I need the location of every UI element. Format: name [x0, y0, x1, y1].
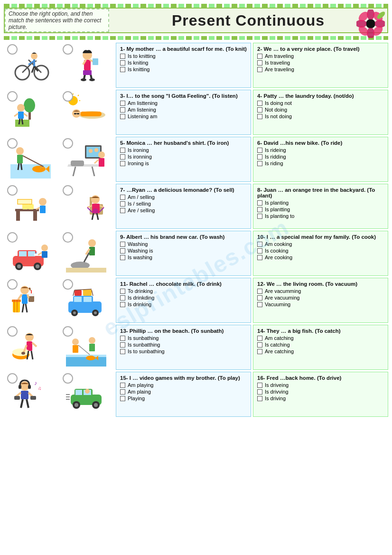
checkbox-14-1[interactable]: [257, 336, 262, 341]
checkbox-9-2[interactable]: [120, 248, 125, 254]
checkbox-5-1[interactable]: [120, 148, 125, 153]
q-row-7: 13- Phillip … on the beach. (To sunbath)…: [116, 325, 388, 370]
checkbox-4-1[interactable]: [257, 101, 262, 106]
svg-rect-48: [74, 113, 76, 114]
checkbox-13-3[interactable]: [120, 349, 125, 354]
checkbox-12-1[interactable]: [257, 289, 262, 294]
checkbox-16-3[interactable]: [257, 396, 262, 401]
option-9-1: Washing: [120, 241, 247, 247]
svg-rect-109: [66, 268, 106, 273]
option-6-1: Is rideing: [257, 147, 384, 153]
circle-1[interactable]: [7, 44, 18, 55]
svg-point-135: [94, 311, 97, 314]
checkbox-3-3[interactable]: [120, 114, 125, 119]
circle-2[interactable]: [63, 44, 73, 55]
img-slot-8: [63, 185, 110, 228]
svg-rect-102: [34, 254, 38, 256]
checkbox-8-3[interactable]: [257, 214, 262, 219]
circle-5[interactable]: [7, 138, 18, 149]
circle-12[interactable]: [63, 279, 73, 290]
option-10-2: Is cooking: [257, 248, 384, 254]
checkbox-16-1[interactable]: [257, 383, 262, 388]
checkbox-4-3[interactable]: [257, 114, 262, 119]
checkbox-15-1[interactable]: [120, 383, 125, 388]
checkbox-2-2[interactable]: [257, 60, 262, 66]
svg-point-99: [41, 245, 48, 251]
svg-rect-78: [40, 206, 46, 213]
checkbox-6-1[interactable]: [257, 148, 262, 153]
svg-rect-148: [73, 345, 78, 353]
checkbox-11-1[interactable]: [120, 289, 125, 294]
svg-point-141: [21, 352, 25, 355]
checkbox-7-3[interactable]: [120, 208, 125, 213]
checkbox-14-3[interactable]: [257, 349, 262, 354]
checkbox-12-3[interactable]: [257, 302, 262, 307]
checkbox-15-2[interactable]: [120, 389, 125, 395]
checkbox-7-1[interactable]: [120, 195, 125, 200]
checkbox-3-1[interactable]: [120, 101, 125, 106]
checkbox-8-1[interactable]: [257, 200, 262, 206]
checkbox-6-3[interactable]: [257, 161, 262, 166]
checkbox-9-3[interactable]: [120, 255, 125, 260]
checkbox-3-2[interactable]: [120, 107, 125, 113]
circle-8[interactable]: [63, 185, 73, 196]
checkbox-15-3[interactable]: [120, 396, 125, 401]
svg-rect-94: [28, 251, 35, 256]
checkbox-1-1[interactable]: [120, 54, 125, 59]
option-5-2: Is ironning: [120, 154, 247, 160]
checkbox-2-1[interactable]: [257, 54, 262, 59]
checkbox-7-2[interactable]: [120, 201, 125, 207]
svg-line-39: [19, 119, 20, 124]
checkbox-2-3[interactable]: [257, 67, 262, 72]
checkbox-16-2[interactable]: [257, 389, 262, 395]
checkbox-6-2[interactable]: [257, 154, 262, 160]
svg-rect-113: [28, 293, 34, 296]
checkbox-1-3[interactable]: [120, 67, 125, 72]
svg-line-144: [31, 351, 33, 359]
circle-16[interactable]: [63, 373, 73, 384]
svg-rect-69: [99, 158, 104, 167]
question-title-10: 10- I … a special meal for my family. (T…: [257, 234, 384, 240]
checkbox-8-2[interactable]: [257, 207, 262, 212]
checkbox-1-2[interactable]: [120, 60, 125, 66]
option-6-2: Is ridding: [257, 154, 384, 160]
circle-14[interactable]: [63, 326, 73, 337]
checkbox-14-2[interactable]: [257, 342, 262, 348]
question-box-2: 2- We … to a very nice place. (To travel…: [253, 43, 388, 88]
svg-line-70: [94, 160, 99, 163]
svg-point-77: [39, 198, 47, 206]
checkbox-13-2[interactable]: [120, 342, 125, 348]
checkbox-5-2[interactable]: [120, 154, 125, 160]
checkbox-10-2[interactable]: [257, 248, 262, 254]
question-title-15: 15- I … video games with my brother. (To…: [120, 375, 247, 381]
checkbox-5-3[interactable]: [120, 161, 125, 166]
circle-13[interactable]: [7, 326, 18, 337]
circle-15[interactable]: [7, 373, 18, 384]
circle-4[interactable]: [63, 91, 73, 102]
svg-rect-111: [22, 294, 28, 304]
checkbox-12-2[interactable]: [257, 295, 262, 301]
svg-point-9: [366, 19, 375, 28]
circle-6[interactable]: [63, 138, 73, 149]
circle-11[interactable]: [7, 279, 18, 290]
circle-10[interactable]: [63, 232, 73, 243]
question-title-1: 1- My mother … a beautiful scarf for me.…: [120, 46, 247, 52]
svg-rect-100: [42, 251, 47, 258]
option-4-1: Is doing not: [257, 100, 384, 106]
svg-line-38: [24, 113, 28, 116]
checkbox-11-2[interactable]: [120, 295, 125, 301]
svg-point-176: [94, 403, 98, 407]
question-title-12: 12- We … the living room. (To vacuum): [257, 281, 384, 287]
img-row-3: [4, 137, 113, 182]
checkbox-13-1[interactable]: [120, 336, 125, 341]
svg-line-37: [14, 113, 18, 116]
checkbox-9-1[interactable]: [120, 242, 125, 247]
circle-9[interactable]: [7, 232, 18, 243]
circle-7[interactable]: [7, 185, 18, 196]
checkbox-4-2[interactable]: [257, 107, 262, 113]
checkbox-11-3[interactable]: [120, 302, 125, 307]
checkbox-10-1[interactable]: [257, 242, 262, 247]
circle-3[interactable]: [7, 91, 18, 102]
option-3-1: Am listtening: [120, 100, 247, 106]
checkbox-10-3[interactable]: [257, 255, 262, 260]
